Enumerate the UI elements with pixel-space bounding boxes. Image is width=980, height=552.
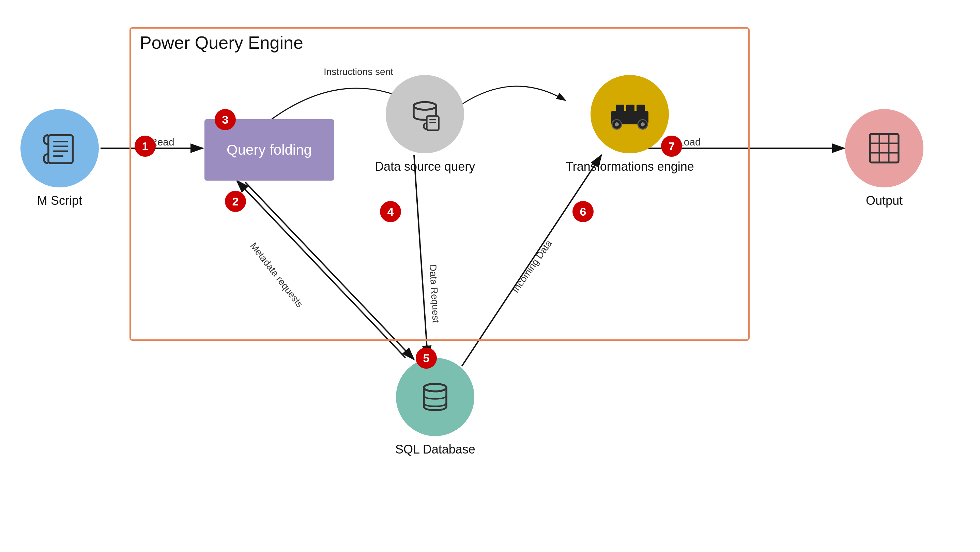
badge-5: 5 (416, 348, 437, 369)
svg-rect-17 (616, 105, 624, 112)
svg-rect-2 (48, 135, 73, 164)
output-node: Output (845, 109, 923, 208)
m-script-circle (21, 109, 99, 188)
sql-icon (417, 378, 454, 416)
te-label: Transformations engine (566, 159, 694, 174)
badge-2: 2 (225, 191, 246, 212)
m-script-node: M Script (21, 109, 99, 208)
badge-6: 6 (573, 201, 593, 222)
m-script-label: M Script (37, 194, 82, 208)
transformations-icon (609, 97, 650, 131)
pqe-label: Power Query Engine (140, 32, 303, 53)
svg-point-16 (641, 122, 645, 126)
sql-database-node: SQL Database (395, 358, 475, 457)
svg-point-8 (414, 102, 436, 110)
scroll-icon (41, 129, 78, 167)
diagram-container: Power Query Engine M Script Query foldin… (0, 0, 980, 552)
svg-rect-18 (626, 105, 635, 112)
badge-3: 3 (215, 109, 236, 130)
data-source-query-node: Data source query (375, 75, 475, 174)
sql-circle (396, 358, 474, 436)
svg-rect-19 (636, 105, 645, 112)
label-instructions-sent: Instructions sent (324, 67, 393, 77)
data-source-icon (406, 95, 444, 133)
badge-1: 1 (135, 135, 156, 157)
sql-label: SQL Database (395, 442, 475, 457)
output-circle (845, 109, 923, 188)
output-icon (865, 129, 903, 167)
te-circle (590, 75, 669, 153)
badge-7: 7 (661, 135, 682, 157)
svg-rect-20 (870, 134, 899, 162)
output-label: Output (866, 194, 903, 208)
svg-point-14 (615, 122, 619, 126)
dsq-circle (386, 75, 464, 153)
dsq-label: Data source query (375, 159, 475, 174)
svg-point-26 (424, 384, 446, 391)
badge-4: 4 (380, 201, 401, 222)
transformations-engine-node: Transformations engine (566, 75, 694, 174)
query-folding-label: Query folding (227, 142, 312, 158)
